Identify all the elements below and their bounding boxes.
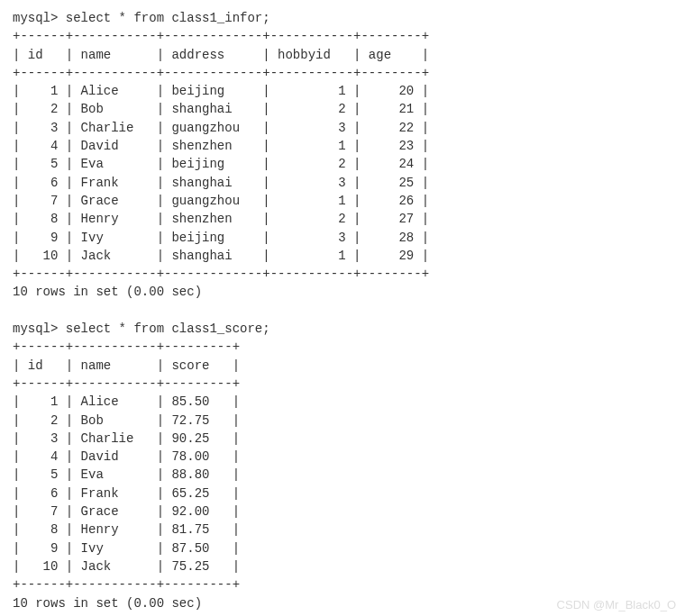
mysql-terminal-output: mysql> select * from class1_infor; +----…	[13, 9, 681, 612]
